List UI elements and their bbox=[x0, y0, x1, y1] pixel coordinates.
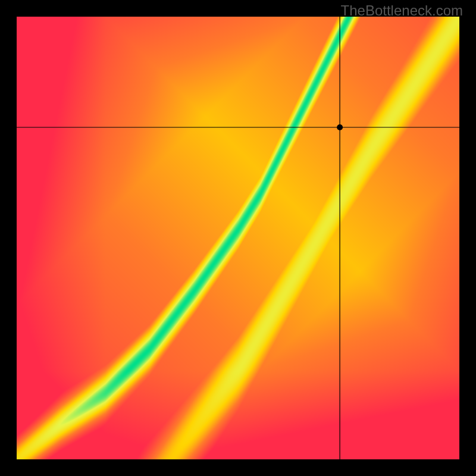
bottleneck-heatmap bbox=[17, 17, 459, 459]
heatmap-canvas bbox=[17, 17, 459, 459]
watermark-text: TheBottleneck.com bbox=[341, 2, 463, 19]
